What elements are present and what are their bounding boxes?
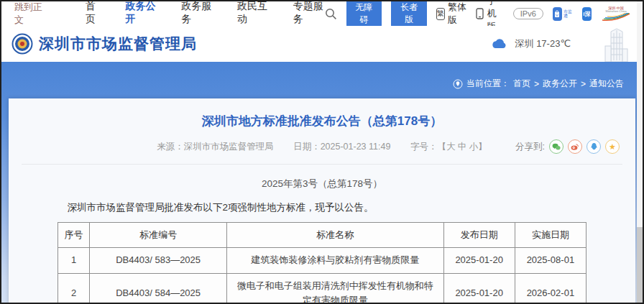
nav-item-interaction[interactable]: 政民互动 (237, 0, 269, 27)
rainbow-swoosh-icon (601, 13, 631, 22)
building-sketch (598, 27, 632, 66)
browser-page: 跳到正文 首页 政务公开 政务服务 政民互动 专题服务 无障碍 长者版 繁 繁体… (0, 0, 644, 304)
nav-item-gov-disclosure[interactable]: 政务公开 (126, 0, 157, 27)
breadcrumb-prefix: 当前位置： (466, 78, 510, 90)
document-number: 2025年第3号（总第178号） (58, 178, 586, 190)
phone-icon (476, 8, 484, 19)
weather-widget: 深圳 17-23℃ (491, 37, 571, 50)
breadcrumb: 当前位置： 首页 > 政务公开 > 通知公告 (1, 62, 643, 90)
share-qq-icon[interactable] (586, 139, 601, 154)
col-header-standard-name: 标准名称 (227, 223, 443, 248)
ipv6-badge[interactable]: IPv6 (513, 8, 543, 19)
divider (22, 164, 622, 165)
breadcrumb-notices[interactable]: 通知公告 (589, 78, 624, 90)
accessibility-button[interactable]: 无障碍 (346, 0, 382, 28)
cell-effective-date: 2026-02-01 (515, 273, 586, 304)
cell-standard-code: DB4403/ 583—2025 (90, 248, 227, 273)
standards-table: 序号 标准编号 标准名称 发布日期 实施日期 1 DB4403/ 583—202… (58, 222, 586, 304)
market-app-label: 市监通 (564, 9, 573, 18)
cell-standard-name: 微电子和电子组装用清洗剂中挥发性有机物和特定有害物质限量 (227, 273, 443, 304)
site-title: 深圳市市场监督管理局 (39, 34, 197, 54)
skip-to-content-link[interactable]: 跳到正文 (14, 1, 47, 27)
nav-item-home[interactable]: 首页 (86, 0, 101, 27)
cell-standard-code: DB4403/ 584—2025 (90, 273, 227, 304)
col-header-index: 序号 (58, 223, 90, 248)
cell-index: 1 (58, 248, 90, 273)
location-pin-icon (453, 79, 463, 89)
fontsize-control[interactable]: 字号：【大 中 小】 (410, 142, 487, 152)
scrollbar-thumb[interactable] (637, 227, 643, 303)
share-bar: 分享到: ★ (515, 139, 620, 154)
article-card: 深圳市地方标准批准发布公告（总第178号） 来源：深圳市市场监督管理局 日期：2… (9, 98, 635, 304)
nav-item-gov-services[interactable]: 政务服务 (181, 0, 213, 27)
share-weibo-icon[interactable] (568, 139, 582, 154)
market-app-icon (553, 7, 562, 21)
traditional-chinese-link[interactable]: 繁 繁体版 (436, 1, 467, 27)
article-paragraph: 深圳市市场监督管理局批准发布以下2项强制性地方标准，现予以公告。 (58, 201, 586, 215)
ishenzhen-app-icon[interactable]: i深 (582, 7, 592, 21)
table-row: 2 DB4403/ 584—2025 微电子和电子组装用清洗剂中挥发性有机物和特… (58, 273, 586, 304)
cell-standard-name: 建筑装饰装修涂料与胶粘剂有害物质限量 (227, 248, 443, 273)
col-header-standard-code: 标准编号 (90, 223, 227, 248)
breadcrumb-separator: > (581, 79, 586, 89)
article-date: 日期：2025-01-23 11:49 (293, 142, 390, 152)
col-header-effective-date: 实施日期 (515, 223, 586, 248)
main-nav: 首页 政务公开 政务服务 政民互动 专题服务 (86, 0, 325, 27)
share-label: 分享到: (515, 141, 545, 153)
nav-item-special-topics[interactable]: 专题服务 (293, 0, 325, 27)
search-icon[interactable] (325, 8, 337, 20)
article-meta: 来源：深圳市市场监督管理局 日期：2025-01-23 11:49 字号：【大 … (58, 141, 586, 155)
article-title: 深圳市地方标准批准发布公告（总第178号） (58, 98, 586, 129)
table-row: 1 DB4403/ 583—2025 建筑装饰装修涂料与胶粘剂有害物质限量 20… (58, 248, 586, 273)
top-utility-bar: 跳到正文 首页 政务公开 政务服务 政民互动 专题服务 无障碍 长者版 繁 繁体… (1, 1, 643, 26)
breadcrumb-gov-disclosure[interactable]: 政务公开 (543, 78, 577, 90)
shenzhen-city-logo: 深圳·中国 Shenzhen China (601, 6, 631, 22)
site-brand[interactable]: 深圳市市场监督管理局 (12, 33, 197, 55)
cell-publish-date: 2025-01-20 (443, 248, 515, 273)
agency-emblem-icon (12, 33, 33, 55)
share-wechat-icon[interactable] (549, 139, 564, 154)
breadcrumb-separator: > (534, 79, 539, 89)
breadcrumb-home[interactable]: 首页 (513, 78, 530, 90)
col-header-publish-date: 发布日期 (443, 223, 515, 248)
weather-text: 深圳 17-23℃ (515, 37, 571, 50)
cell-index: 2 (58, 273, 90, 304)
table-header-row: 序号 标准编号 标准名称 发布日期 实施日期 (58, 223, 586, 248)
page-banner: 当前位置： 首页 > 政务公开 > 通知公告 深圳市地方标准批准发布公告（总第1… (1, 62, 643, 304)
market-app-badge[interactable]: 市监通 (553, 7, 573, 21)
elder-version-button[interactable]: 长者版 (391, 0, 427, 28)
cloud-icon (491, 39, 508, 49)
cell-publish-date: 2025-01-20 (443, 273, 515, 304)
article-source: 来源：深圳市市场监督管理局 (157, 142, 274, 152)
traditional-icon: 繁 (436, 8, 445, 20)
cell-effective-date: 2025-08-01 (515, 248, 586, 273)
vertical-scrollbar[interactable] (637, 1, 643, 303)
share-favorite-icon[interactable]: ★ (605, 139, 620, 154)
site-header: 深圳市市场监督管理局 深圳 17-23℃ (1, 26, 643, 62)
